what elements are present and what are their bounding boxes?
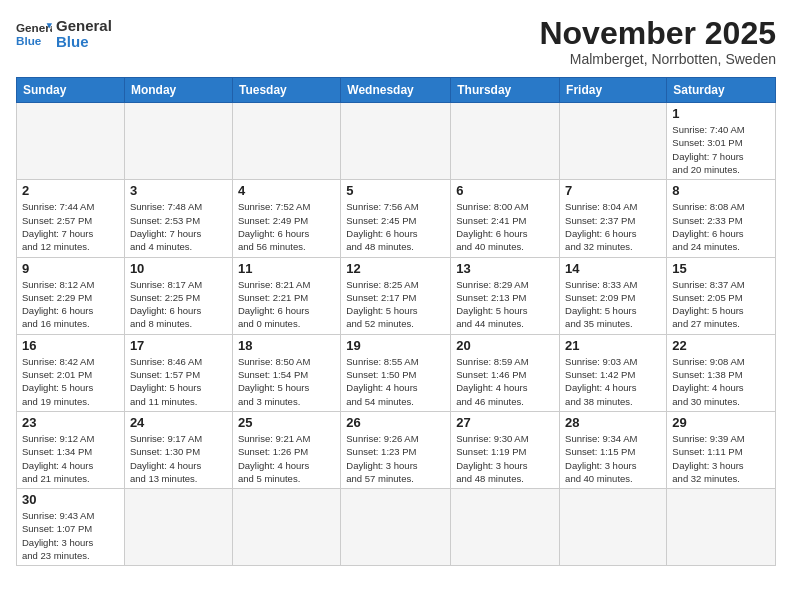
calendar-cell: 27Sunrise: 9:30 AM Sunset: 1:19 PM Dayli…	[451, 411, 560, 488]
calendar-cell: 25Sunrise: 9:21 AM Sunset: 1:26 PM Dayli…	[232, 411, 340, 488]
day-info: Sunrise: 8:55 AM Sunset: 1:50 PM Dayligh…	[346, 355, 445, 408]
weekday-header-tuesday: Tuesday	[232, 78, 340, 103]
day-number: 29	[672, 415, 770, 430]
calendar-cell: 22Sunrise: 9:08 AM Sunset: 1:38 PM Dayli…	[667, 334, 776, 411]
logo-general: General	[56, 18, 112, 35]
day-info: Sunrise: 9:08 AM Sunset: 1:38 PM Dayligh…	[672, 355, 770, 408]
calendar-cell: 15Sunrise: 8:37 AM Sunset: 2:05 PM Dayli…	[667, 257, 776, 334]
calendar-cell	[124, 103, 232, 180]
weekday-header-friday: Friday	[560, 78, 667, 103]
calendar-cell: 28Sunrise: 9:34 AM Sunset: 1:15 PM Dayli…	[560, 411, 667, 488]
calendar-week-row: 9Sunrise: 8:12 AM Sunset: 2:29 PM Daylig…	[17, 257, 776, 334]
day-number: 17	[130, 338, 227, 353]
calendar-week-row: 2Sunrise: 7:44 AM Sunset: 2:57 PM Daylig…	[17, 180, 776, 257]
calendar-cell	[232, 103, 340, 180]
day-number: 30	[22, 492, 119, 507]
day-info: Sunrise: 8:29 AM Sunset: 2:13 PM Dayligh…	[456, 278, 554, 331]
day-info: Sunrise: 8:04 AM Sunset: 2:37 PM Dayligh…	[565, 200, 661, 253]
logo: General Blue General Blue	[16, 16, 112, 52]
calendar-cell: 8Sunrise: 8:08 AM Sunset: 2:33 PM Daylig…	[667, 180, 776, 257]
day-number: 21	[565, 338, 661, 353]
header: General Blue General Blue November 2025 …	[16, 16, 776, 67]
calendar-cell: 6Sunrise: 8:00 AM Sunset: 2:41 PM Daylig…	[451, 180, 560, 257]
logo-blue: Blue	[56, 34, 112, 51]
day-number: 4	[238, 183, 335, 198]
calendar-cell: 21Sunrise: 9:03 AM Sunset: 1:42 PM Dayli…	[560, 334, 667, 411]
page: General Blue General Blue November 2025 …	[0, 0, 792, 612]
calendar-cell: 13Sunrise: 8:29 AM Sunset: 2:13 PM Dayli…	[451, 257, 560, 334]
day-info: Sunrise: 8:46 AM Sunset: 1:57 PM Dayligh…	[130, 355, 227, 408]
day-info: Sunrise: 8:17 AM Sunset: 2:25 PM Dayligh…	[130, 278, 227, 331]
calendar-cell: 17Sunrise: 8:46 AM Sunset: 1:57 PM Dayli…	[124, 334, 232, 411]
calendar-cell: 7Sunrise: 8:04 AM Sunset: 2:37 PM Daylig…	[560, 180, 667, 257]
svg-text:General: General	[16, 21, 52, 34]
weekday-header-wednesday: Wednesday	[341, 78, 451, 103]
day-info: Sunrise: 9:21 AM Sunset: 1:26 PM Dayligh…	[238, 432, 335, 485]
day-number: 27	[456, 415, 554, 430]
day-info: Sunrise: 7:56 AM Sunset: 2:45 PM Dayligh…	[346, 200, 445, 253]
calendar-week-row: 30Sunrise: 9:43 AM Sunset: 1:07 PM Dayli…	[17, 489, 776, 566]
day-info: Sunrise: 8:42 AM Sunset: 2:01 PM Dayligh…	[22, 355, 119, 408]
day-info: Sunrise: 9:03 AM Sunset: 1:42 PM Dayligh…	[565, 355, 661, 408]
day-number: 25	[238, 415, 335, 430]
weekday-header-sunday: Sunday	[17, 78, 125, 103]
day-info: Sunrise: 8:08 AM Sunset: 2:33 PM Dayligh…	[672, 200, 770, 253]
day-number: 9	[22, 261, 119, 276]
day-number: 22	[672, 338, 770, 353]
calendar-cell	[560, 489, 667, 566]
day-info: Sunrise: 7:44 AM Sunset: 2:57 PM Dayligh…	[22, 200, 119, 253]
day-info: Sunrise: 8:21 AM Sunset: 2:21 PM Dayligh…	[238, 278, 335, 331]
day-info: Sunrise: 8:25 AM Sunset: 2:17 PM Dayligh…	[346, 278, 445, 331]
day-number: 8	[672, 183, 770, 198]
day-info: Sunrise: 7:48 AM Sunset: 2:53 PM Dayligh…	[130, 200, 227, 253]
svg-text:Blue: Blue	[16, 34, 42, 47]
calendar-cell: 14Sunrise: 8:33 AM Sunset: 2:09 PM Dayli…	[560, 257, 667, 334]
calendar-cell: 10Sunrise: 8:17 AM Sunset: 2:25 PM Dayli…	[124, 257, 232, 334]
calendar-cell	[560, 103, 667, 180]
day-number: 5	[346, 183, 445, 198]
calendar-cell: 18Sunrise: 8:50 AM Sunset: 1:54 PM Dayli…	[232, 334, 340, 411]
calendar-cell	[124, 489, 232, 566]
day-info: Sunrise: 8:59 AM Sunset: 1:46 PM Dayligh…	[456, 355, 554, 408]
day-info: Sunrise: 8:00 AM Sunset: 2:41 PM Dayligh…	[456, 200, 554, 253]
calendar-cell: 12Sunrise: 8:25 AM Sunset: 2:17 PM Dayli…	[341, 257, 451, 334]
day-info: Sunrise: 9:39 AM Sunset: 1:11 PM Dayligh…	[672, 432, 770, 485]
day-info: Sunrise: 7:52 AM Sunset: 2:49 PM Dayligh…	[238, 200, 335, 253]
day-number: 12	[346, 261, 445, 276]
day-number: 2	[22, 183, 119, 198]
day-info: Sunrise: 9:12 AM Sunset: 1:34 PM Dayligh…	[22, 432, 119, 485]
day-number: 28	[565, 415, 661, 430]
weekday-header-monday: Monday	[124, 78, 232, 103]
day-number: 6	[456, 183, 554, 198]
calendar-cell	[451, 489, 560, 566]
calendar-table: SundayMondayTuesdayWednesdayThursdayFrid…	[16, 77, 776, 566]
calendar-cell: 16Sunrise: 8:42 AM Sunset: 2:01 PM Dayli…	[17, 334, 125, 411]
day-number: 10	[130, 261, 227, 276]
day-number: 1	[672, 106, 770, 121]
calendar-cell	[341, 489, 451, 566]
logo-icon: General Blue	[16, 16, 52, 52]
calendar-cell: 2Sunrise: 7:44 AM Sunset: 2:57 PM Daylig…	[17, 180, 125, 257]
calendar-week-row: 1Sunrise: 7:40 AM Sunset: 3:01 PM Daylig…	[17, 103, 776, 180]
day-number: 14	[565, 261, 661, 276]
calendar-cell: 26Sunrise: 9:26 AM Sunset: 1:23 PM Dayli…	[341, 411, 451, 488]
day-number: 20	[456, 338, 554, 353]
calendar-cell: 5Sunrise: 7:56 AM Sunset: 2:45 PM Daylig…	[341, 180, 451, 257]
day-number: 15	[672, 261, 770, 276]
day-number: 3	[130, 183, 227, 198]
day-info: Sunrise: 8:37 AM Sunset: 2:05 PM Dayligh…	[672, 278, 770, 331]
title-block: November 2025 Malmberget, Norrbotten, Sw…	[539, 16, 776, 67]
calendar-cell: 30Sunrise: 9:43 AM Sunset: 1:07 PM Dayli…	[17, 489, 125, 566]
calendar-cell	[667, 489, 776, 566]
calendar-cell: 23Sunrise: 9:12 AM Sunset: 1:34 PM Dayli…	[17, 411, 125, 488]
day-info: Sunrise: 8:12 AM Sunset: 2:29 PM Dayligh…	[22, 278, 119, 331]
calendar-cell	[341, 103, 451, 180]
calendar-cell: 4Sunrise: 7:52 AM Sunset: 2:49 PM Daylig…	[232, 180, 340, 257]
day-info: Sunrise: 7:40 AM Sunset: 3:01 PM Dayligh…	[672, 123, 770, 176]
calendar-week-row: 16Sunrise: 8:42 AM Sunset: 2:01 PM Dayli…	[17, 334, 776, 411]
day-number: 11	[238, 261, 335, 276]
day-info: Sunrise: 9:30 AM Sunset: 1:19 PM Dayligh…	[456, 432, 554, 485]
day-info: Sunrise: 8:50 AM Sunset: 1:54 PM Dayligh…	[238, 355, 335, 408]
calendar-cell: 9Sunrise: 8:12 AM Sunset: 2:29 PM Daylig…	[17, 257, 125, 334]
calendar-cell	[232, 489, 340, 566]
